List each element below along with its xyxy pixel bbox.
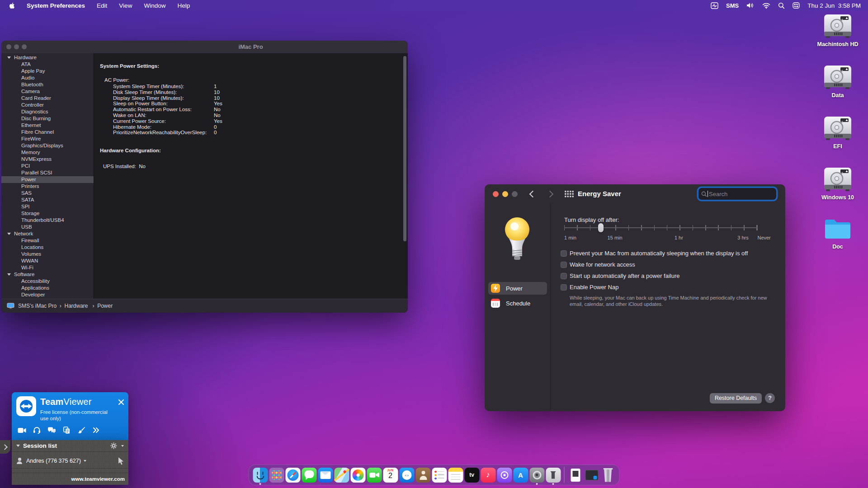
sidebar-item[interactable]: Printers [1, 183, 94, 190]
dock-item-reminders[interactable] [432, 468, 447, 483]
slider-track[interactable] [564, 227, 758, 228]
more-icon[interactable] [92, 426, 101, 435]
spotlight-search-icon[interactable] [778, 2, 785, 9]
sidebar-item[interactable]: Software [1, 271, 94, 278]
menu-item[interactable]: Edit [97, 2, 107, 9]
minimize-button[interactable] [502, 191, 508, 197]
dock-item-system-information[interactable] [546, 468, 561, 483]
back-button[interactable] [528, 189, 537, 198]
checkbox[interactable] [561, 284, 567, 291]
desktop-icon-doc[interactable]: Doc [810, 218, 866, 259]
sidebar-item[interactable]: ATA [1, 61, 94, 68]
dock-item-photos[interactable] [350, 468, 365, 483]
system-information-titlebar[interactable]: iMac Pro [1, 41, 408, 54]
dock-item-document[interactable] [568, 468, 583, 483]
sidebar-item[interactable]: Locations [1, 244, 94, 251]
sidebar-item[interactable]: NVMExpress [1, 156, 94, 163]
sidebar-item[interactable]: Audio [1, 75, 94, 81]
forward-button[interactable] [545, 189, 554, 198]
zoom-button[interactable] [512, 191, 518, 197]
breadcrumb[interactable]: SMS’s iMac Pro › Hardware › Power [18, 303, 113, 309]
dock-item-podcasts[interactable] [497, 468, 512, 483]
dock-item-minimized-window[interactable] [584, 468, 599, 483]
dock-separator[interactable] [564, 467, 565, 483]
input-source-status[interactable]: SMS [726, 2, 739, 9]
sidebar-item[interactable]: Parallel SCSI [1, 169, 94, 176]
sidebar-item[interactable]: Accessibility [1, 278, 94, 285]
checkbox[interactable] [561, 273, 567, 279]
desktop-icon-machintosh-hd[interactable]: Machintosh HD [810, 14, 866, 55]
sidebar-item[interactable]: Controller [1, 102, 94, 108]
dock-item-mail[interactable] [318, 468, 333, 483]
sidebar-item[interactable]: Applications [1, 285, 94, 291]
brush-icon[interactable] [77, 426, 86, 435]
energy-saver-titlebar[interactable]: Energy Saver [485, 184, 785, 203]
dock-item-maps[interactable] [334, 468, 349, 483]
sidebar-item[interactable]: Developer [1, 291, 94, 298]
nav-item-schedule[interactable]: Schedule [488, 297, 547, 310]
video-call-icon[interactable] [17, 426, 26, 435]
sidebar-item[interactable]: SAS [1, 190, 94, 197]
search-field[interactable] [698, 188, 776, 200]
sidebar-item[interactable]: Thunderbolt/USB4 [1, 217, 94, 224]
control-center-icon[interactable] [793, 2, 800, 9]
sidebar-item[interactable]: Memory [1, 149, 94, 156]
sidebar-item[interactable]: Volumes [1, 251, 94, 258]
sidebar-item[interactable]: USB [1, 224, 94, 230]
dock-item-messages[interactable] [302, 468, 316, 483]
volume-icon[interactable] [746, 2, 755, 9]
menu-app-name[interactable]: System Preferences [27, 2, 85, 9]
dock-item-calendar[interactable]: JUN2 [383, 468, 398, 483]
wifi-icon[interactable] [762, 3, 770, 9]
menu-item[interactable]: Help [177, 2, 190, 9]
sidebar-item[interactable]: Storage [1, 210, 94, 217]
checkbox[interactable] [561, 250, 567, 257]
dock-item-system-preferences[interactable] [529, 468, 544, 483]
search-input[interactable] [708, 190, 774, 198]
dock-item-finder[interactable] [253, 468, 268, 483]
restore-defaults-button[interactable]: Restore Defaults [710, 393, 762, 404]
dock-item-contacts[interactable] [415, 468, 430, 483]
slider-thumb[interactable] [598, 223, 604, 232]
menu-item[interactable]: Window [144, 2, 165, 9]
sidebar-item[interactable]: PCI [1, 163, 94, 169]
apple-menu-icon[interactable] [9, 2, 15, 9]
sidebar-item[interactable]: Power [1, 176, 94, 183]
nav-item-power[interactable]: Power [488, 282, 547, 295]
session-list-header[interactable]: Session list [12, 440, 128, 452]
dock-item-safari[interactable] [285, 468, 300, 483]
dock-item-launchpad[interactable] [269, 468, 284, 483]
dock-item-trash[interactable] [600, 468, 615, 483]
activity-status-icon[interactable] [711, 2, 718, 9]
sidebar-item[interactable]: Card Reader [1, 95, 94, 102]
desktop-icon-efi[interactable]: EFI [810, 116, 866, 157]
dock-item-music[interactable]: ♪ [481, 468, 495, 483]
dock-item-facetime[interactable] [367, 468, 382, 483]
sidebar-item[interactable]: Hardware [1, 54, 94, 61]
dock-item-tv[interactable]: tv [464, 468, 479, 483]
menu-item[interactable]: View [119, 2, 132, 9]
sidebar-item[interactable]: Diagnostics [1, 108, 94, 115]
sidebar-item[interactable]: Graphics/Displays [1, 142, 94, 149]
sidebar-item[interactable]: Firewall [1, 237, 94, 244]
sidebar-item[interactable]: Wi-Fi [1, 264, 94, 271]
sidebar-item[interactable]: Camera [1, 88, 94, 95]
show-all-grid-icon[interactable] [564, 190, 574, 197]
minimize-button[interactable] [14, 44, 19, 49]
desktop-icon-windows-10[interactable]: Windows 10 [810, 167, 866, 208]
panel-collapse-tab[interactable] [0, 440, 10, 454]
zoom-button[interactable] [22, 44, 27, 49]
teamviewer-website-link[interactable]: www.teamviewer.com [71, 476, 125, 482]
sidebar-item[interactable]: WWAN [1, 258, 94, 264]
close-button[interactable] [493, 191, 499, 197]
settings-gear-button[interactable] [110, 442, 124, 449]
sidebar-item[interactable]: SATA [1, 197, 94, 203]
sidebar-item[interactable]: Network [1, 230, 94, 237]
help-button[interactable]: ? [765, 393, 775, 403]
display-off-slider[interactable] [564, 223, 758, 232]
sidebar-item[interactable]: Ethernet [1, 122, 94, 129]
sidebar-item[interactable]: Disc Burning [1, 115, 94, 122]
close-button[interactable] [6, 44, 11, 49]
menu-clock[interactable]: Thu 2 Jun 3:58 PM [807, 2, 861, 9]
sidebar-item[interactable]: Fibre Channel [1, 129, 94, 136]
